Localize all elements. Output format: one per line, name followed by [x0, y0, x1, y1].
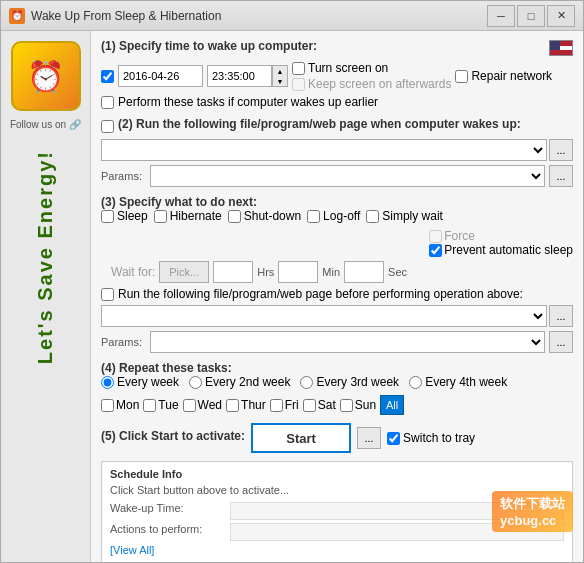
section2-browse-button[interactable]: ...: [549, 139, 573, 161]
every-2nd-week-wrap: Every 2nd week: [189, 375, 290, 389]
section3-params-dropdown[interactable]: [150, 331, 545, 353]
every-2nd-week-radio[interactable]: [189, 376, 202, 389]
section-3: (3) Specify what to do next: Sleep Hiber…: [101, 195, 573, 353]
actions-value: [230, 523, 564, 541]
start-button[interactable]: Start: [251, 423, 351, 453]
mon-checkbox[interactable]: [101, 399, 114, 412]
section3-run-checkbox[interactable]: [101, 288, 114, 301]
min-input[interactable]: [278, 261, 318, 283]
every-4th-week-wrap: Every 4th week: [409, 375, 507, 389]
all-days-button[interactable]: All: [380, 395, 404, 415]
thur-checkbox[interactable]: [226, 399, 239, 412]
content-wrapper: ⏰ Follow us on 🔗 Let's Save Energy! (1) …: [1, 31, 583, 562]
section2-params-browse-button[interactable]: ...: [549, 165, 573, 187]
hibernate-checkbox[interactable]: [154, 210, 167, 223]
thur-label: Thur: [241, 398, 266, 412]
section3-params-browse-button[interactable]: ...: [549, 331, 573, 353]
wake-time-row: Wake-up Time:: [110, 502, 564, 520]
section4-label: (4) Repeat these tasks:: [101, 361, 232, 375]
tue-checkbox[interactable]: [143, 399, 156, 412]
view-all-link[interactable]: [View All]: [110, 544, 154, 556]
sat-checkbox[interactable]: [303, 399, 316, 412]
section3-params-row: Params: ...: [101, 331, 573, 353]
section3-browse-button[interactable]: ...: [549, 305, 573, 327]
spin-down[interactable]: ▼: [273, 76, 287, 86]
mon-label: Mon: [116, 398, 139, 412]
every-2nd-week-label: Every 2nd week: [205, 375, 290, 389]
window-title: Wake Up From Sleep & Hibernation: [31, 9, 487, 23]
start-dots-button[interactable]: ...: [357, 427, 381, 449]
maximize-button[interactable]: □: [517, 5, 545, 27]
spin-up[interactable]: ▲: [273, 66, 287, 76]
switch-tray-checkbox[interactable]: [387, 432, 400, 445]
section-2: (2) Run the following file/program/web p…: [101, 117, 573, 187]
fri-wrap: Fri: [270, 398, 299, 412]
section3-file-dropdown[interactable]: [101, 305, 547, 327]
sat-label: Sat: [318, 398, 336, 412]
hrs-input[interactable]: [213, 261, 253, 283]
follow-us-label: Follow us on 🔗: [10, 119, 81, 130]
sat-wrap: Sat: [303, 398, 336, 412]
wake-time-value: [230, 502, 564, 520]
turn-screen-on-checkbox[interactable]: [292, 62, 305, 75]
every-week-radio[interactable]: [101, 376, 114, 389]
section2-params-dropdown[interactable]: [150, 165, 545, 187]
switch-tray-label: Switch to tray: [403, 431, 475, 445]
actions-row: Actions to perform:: [110, 523, 564, 541]
perform-tasks-checkbox[interactable]: [101, 96, 114, 109]
tue-wrap: Tue: [143, 398, 178, 412]
date-checkbox[interactable]: [101, 70, 114, 83]
link-icon[interactable]: 🔗: [69, 119, 81, 130]
close-button[interactable]: ✕: [547, 5, 575, 27]
app-logo: ⏰: [11, 41, 81, 111]
simply-wait-checkbox[interactable]: [366, 210, 379, 223]
wed-wrap: Wed: [183, 398, 222, 412]
time-spin-arrows: ▲ ▼: [272, 65, 288, 87]
logoff-checkbox[interactable]: [307, 210, 320, 223]
fri-checkbox[interactable]: [270, 399, 283, 412]
hibernate-label: Hibernate: [170, 209, 222, 223]
section2-checkbox[interactable]: [101, 120, 114, 133]
tue-label: Tue: [158, 398, 178, 412]
schedule-click-label: Click Start button above to activate...: [110, 484, 564, 496]
section3-run-label: Run the following file/program/web page …: [118, 287, 523, 301]
keep-screen-on-label: Keep screen on afterwards: [308, 77, 451, 91]
keep-screen-on-checkbox[interactable]: [292, 78, 305, 91]
start-row: (5) Click Start to activate: Start ... S…: [101, 423, 573, 453]
section2-params-label: Params:: [101, 170, 146, 182]
date-input[interactable]: [118, 65, 203, 87]
main-content: (1) Specify time to wake up computer: ▲ …: [91, 31, 583, 562]
pick-button[interactable]: Pick...: [159, 261, 209, 283]
section1-label: (1) Specify time to wake up computer:: [101, 39, 317, 53]
section3-options: Sleep Hibernate Shut-down Log-off: [101, 209, 573, 257]
repair-network-wrap: Repair network: [455, 69, 552, 83]
schedule-info: Schedule Info Click Start button above t…: [101, 461, 573, 562]
every-4th-week-radio[interactable]: [409, 376, 422, 389]
section2-file-row: ...: [101, 139, 573, 161]
force-check-row: Force: [429, 229, 573, 243]
force-label: Force: [444, 229, 475, 243]
minimize-button[interactable]: ─: [487, 5, 515, 27]
flag-icon: [549, 40, 573, 56]
time-input[interactable]: [207, 65, 272, 87]
title-bar: ⏰ Wake Up From Sleep & Hibernation ─ □ ✕: [1, 1, 583, 31]
section5-label: (5) Click Start to activate:: [101, 429, 245, 443]
switch-tray-wrap: Switch to tray: [387, 431, 475, 445]
sleep-wrap: Sleep: [101, 209, 148, 223]
shutdown-checkbox[interactable]: [228, 210, 241, 223]
section2-file-dropdown[interactable]: [101, 139, 547, 161]
repair-network-checkbox[interactable]: [455, 70, 468, 83]
sec-input[interactable]: [344, 261, 384, 283]
wed-checkbox[interactable]: [183, 399, 196, 412]
simply-wait-wrap: Simply wait: [366, 209, 443, 223]
keep-screen-on-wrap: Keep screen on afterwards: [292, 77, 451, 91]
prevent-sleep-checkbox[interactable]: [429, 244, 442, 257]
sleep-checkbox[interactable]: [101, 210, 114, 223]
turn-screen-on-label: Turn screen on: [308, 61, 388, 75]
every-3rd-week-radio[interactable]: [300, 376, 313, 389]
every-4th-week-label: Every 4th week: [425, 375, 507, 389]
perform-tasks-label: Perform these tasks if computer wakes up…: [118, 95, 378, 109]
force-checkbox[interactable]: [429, 230, 442, 243]
sun-checkbox[interactable]: [340, 399, 353, 412]
days-row: Mon Tue Wed Thur: [101, 395, 573, 415]
